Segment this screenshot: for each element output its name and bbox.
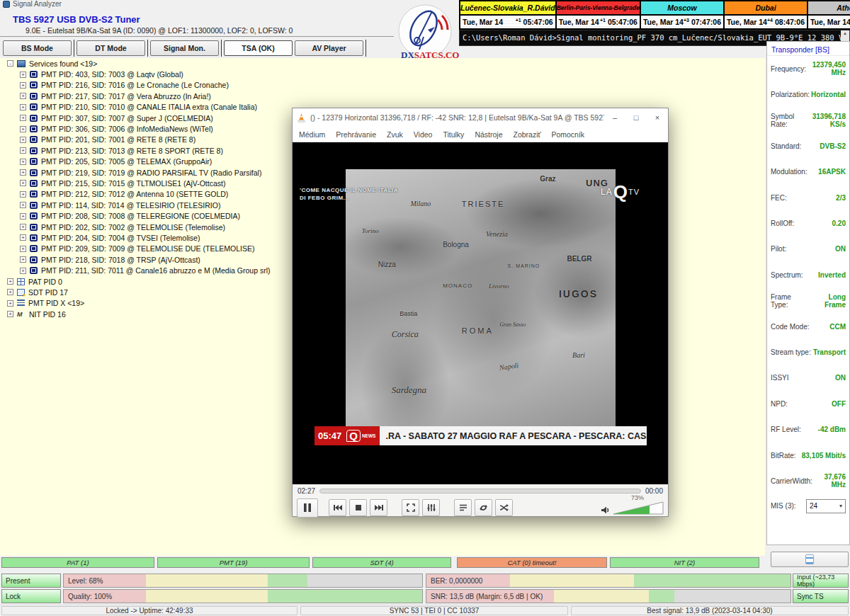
fullscreen-button[interactable] — [402, 499, 419, 516]
transponder-row: FEC:2/3 — [767, 185, 849, 210]
tab-tsa[interactable]: TSA (OK) — [224, 40, 293, 56]
tree-service-item[interactable]: +PMT PID: 217, SID: 7017 @ Vera Abruzzo … — [0, 91, 765, 101]
clock-dubai: Dubai Tue, Mar 14+408:47:06 — [725, 1, 808, 28]
volume-slider[interactable] — [613, 501, 664, 515]
pause-button[interactable] — [297, 498, 318, 518]
clock-time: 08:47:06 — [775, 18, 805, 26]
logo-tv: TV — [628, 188, 640, 196]
previous-button[interactable] — [329, 499, 346, 516]
video-area[interactable]: Graz UNG TRIESTE Milano Venezia Bologna … — [293, 142, 668, 484]
expand-icon[interactable]: + — [20, 202, 26, 208]
expand-icon[interactable]: + — [20, 213, 26, 219]
expand-icon[interactable]: + — [20, 159, 26, 165]
transponder-row: Symbol Rate:31396,718 KS/s — [767, 108, 849, 133]
tree-root[interactable]: - Services found <19> — [0, 58, 765, 69]
expand-icon[interactable]: + — [20, 137, 26, 143]
expand-icon[interactable]: + — [7, 300, 13, 307]
expand-icon[interactable]: + — [20, 224, 26, 230]
menu-video[interactable]: Video — [414, 130, 433, 139]
stop-button[interactable] — [349, 499, 367, 516]
total-time: 00:00 — [645, 487, 663, 495]
expand-icon[interactable]: + — [20, 268, 26, 274]
clock-utc-offset: +3 — [684, 18, 689, 23]
tree-service-item[interactable]: +PMT PID: 216, SID: 7016 @ Le Cronache (… — [0, 80, 765, 91]
transponder-row: Stream type:Transport — [767, 339, 849, 365]
shuffle-button[interactable] — [495, 499, 513, 516]
expand-icon[interactable]: + — [20, 104, 26, 110]
tv-icon — [30, 202, 38, 209]
expand-icon[interactable]: + — [20, 256, 26, 263]
window-title: Signal Analyzer — [13, 0, 62, 8]
expand-icon[interactable]: + — [20, 234, 26, 241]
service-label: PMT PID: 202, SID: 7002 @ TELEMOLISE (Te… — [41, 223, 225, 232]
expand-icon[interactable]: + — [20, 72, 26, 78]
expand-icon[interactable]: + — [20, 147, 26, 154]
playlist-button[interactable] — [454, 499, 472, 516]
tab-bs-mode[interactable]: BS Mode — [3, 40, 72, 56]
service-label: PMT PID: 205, SID: 7005 @ TELEMAX (Grupp… — [41, 157, 212, 166]
expand-icon[interactable]: + — [20, 115, 26, 121]
menu-view[interactable]: Zobraziť — [513, 130, 540, 139]
mis-dropdown[interactable]: 24 ▾ — [806, 499, 846, 513]
stream-analysis-button[interactable] — [771, 552, 849, 567]
tab-signal-mon[interactable]: Signal Mon. — [150, 40, 219, 56]
expand-icon[interactable]: + — [7, 278, 13, 285]
map-label: Nizza — [378, 261, 396, 268]
menu-media[interactable]: Médium — [299, 130, 325, 139]
volume-control[interactable]: 73% — [601, 501, 664, 515]
close-icon[interactable]: × — [647, 108, 668, 127]
nit-label: NIT PID 16 — [29, 310, 66, 319]
vlc-titlebar[interactable]: () - 12379 Horizontal 31396,718 / RF: -4… — [293, 108, 668, 127]
row-value: Horizontal — [811, 91, 846, 98]
menu-help[interactable]: Pomocník — [551, 130, 584, 139]
tv-icon — [30, 136, 38, 143]
input-label: Input (~23,73 Mbps) — [797, 574, 848, 588]
pause-icon — [303, 503, 312, 513]
expand-icon[interactable]: + — [20, 82, 26, 89]
tab-separator — [74, 40, 74, 57]
transponder-panel: Transponder [BS] Frequency:12379,450 MHz… — [766, 41, 850, 545]
seek-row: 02:27 00:00 — [293, 484, 668, 497]
tv-icon — [30, 115, 38, 122]
expand-icon[interactable]: + — [20, 93, 26, 99]
row-value: 12379,450 MHz — [806, 61, 846, 76]
bar-label: PAT (1) — [67, 559, 89, 566]
menu-tools[interactable]: Nástroje — [475, 130, 502, 139]
scroll-up-icon[interactable]: ▲ — [843, 31, 847, 35]
expand-icon[interactable]: + — [20, 169, 26, 176]
tv-icon — [30, 147, 38, 154]
vlc-controls: 73% — [293, 497, 668, 518]
next-button[interactable] — [370, 499, 387, 516]
menu-subtitles[interactable]: Titulky — [443, 130, 464, 139]
service-label: PMT PID: 217, SID: 7017 @ Vera Abruzzo (… — [41, 92, 211, 101]
clock-city: Moscow — [641, 1, 723, 14]
services-icon — [17, 60, 26, 67]
tuner-info: 9.0E - Eutelsat 9B/Ka-Sat 9A (ID: 0090) … — [26, 26, 293, 35]
elapsed-time: 02:27 — [298, 487, 315, 495]
minimize-icon[interactable]: – — [604, 108, 625, 127]
expand-icon[interactable]: + — [7, 289, 13, 295]
row-label: Stream type: — [771, 348, 811, 356]
tab-dt-mode[interactable]: DT Mode — [76, 40, 145, 56]
menu-playback[interactable]: Prehrávanie — [336, 130, 376, 139]
dxsatcs-logo: DXSATCS.COM — [391, 1, 459, 64]
seek-slider[interactable] — [319, 489, 641, 494]
tree-service-item[interactable]: +PMT PID: 403, SID: 7003 @ Laqtv (Global… — [0, 69, 765, 79]
tab-av-player[interactable]: AV Player — [295, 40, 363, 56]
row-label: Standard: — [771, 142, 801, 150]
collapse-icon[interactable]: - — [7, 60, 13, 67]
loop-button[interactable] — [475, 499, 492, 516]
expand-icon[interactable]: + — [20, 246, 26, 252]
maximize-icon[interactable]: □ — [625, 108, 647, 127]
expand-icon[interactable]: + — [20, 191, 26, 198]
expand-icon[interactable]: + — [20, 126, 26, 132]
expand-icon[interactable]: + — [7, 311, 13, 317]
window-titlebar: Signal Analyzer — [3, 0, 62, 8]
row-value: DVB-S2 — [820, 142, 846, 150]
service-label: PMT PID: 216, SID: 7016 @ Le Cronache (L… — [41, 81, 229, 89]
extended-settings-button[interactable] — [422, 499, 440, 516]
sync-ts-badge: Sync TS — [793, 589, 849, 603]
transponder-row: Spectrum:Inverted — [767, 262, 849, 287]
menu-audio[interactable]: Zvuk — [387, 130, 403, 139]
expand-icon[interactable]: + — [20, 180, 26, 186]
